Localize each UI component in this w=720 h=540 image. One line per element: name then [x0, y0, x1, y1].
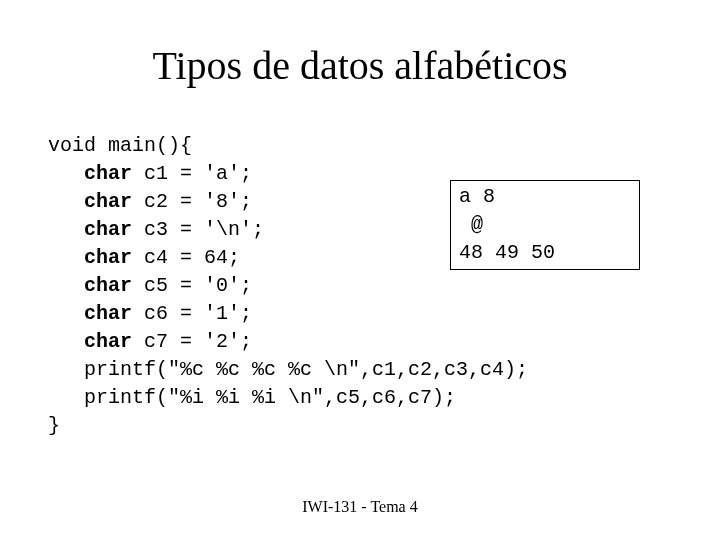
output-line-3: 48 49 50	[459, 241, 555, 264]
slide-title: Tipos de datos alfabéticos	[0, 42, 720, 89]
output-line-1: a 8	[459, 185, 495, 208]
code-line-4: c3 = '\n';	[132, 218, 264, 241]
keyword-char: char	[84, 302, 132, 325]
indent	[48, 302, 84, 325]
indent	[48, 190, 84, 213]
keyword-char: char	[84, 330, 132, 353]
code-line-7: c6 = '1';	[132, 302, 252, 325]
indent	[48, 246, 84, 269]
output-box: a 8 @ 48 49 50	[450, 180, 640, 270]
code-line-1: void main(){	[48, 134, 192, 157]
indent	[48, 162, 84, 185]
slide-footer: IWI-131 - Tema 4	[0, 498, 720, 516]
keyword-char: char	[84, 218, 132, 241]
code-line-9: printf("%c %c %c %c \n",c1,c2,c3,c4);	[48, 358, 528, 381]
indent	[48, 218, 84, 241]
code-line-11: }	[48, 414, 60, 437]
code-line-2: c1 = 'a';	[132, 162, 252, 185]
keyword-char: char	[84, 190, 132, 213]
output-line-2: @	[459, 213, 483, 236]
code-line-3: c2 = '8';	[132, 190, 252, 213]
code-block: void main(){ char c1 = 'a'; char c2 = '8…	[48, 132, 528, 440]
code-line-10: printf("%i %i %i \n",c5,c6,c7);	[48, 386, 456, 409]
code-line-8: c7 = '2';	[132, 330, 252, 353]
code-line-5: c4 = 64;	[132, 246, 240, 269]
keyword-char: char	[84, 246, 132, 269]
keyword-char: char	[84, 162, 132, 185]
indent	[48, 330, 84, 353]
indent	[48, 274, 84, 297]
code-line-6: c5 = '0';	[132, 274, 252, 297]
slide: Tipos de datos alfabéticos void main(){ …	[0, 0, 720, 540]
keyword-char: char	[84, 274, 132, 297]
